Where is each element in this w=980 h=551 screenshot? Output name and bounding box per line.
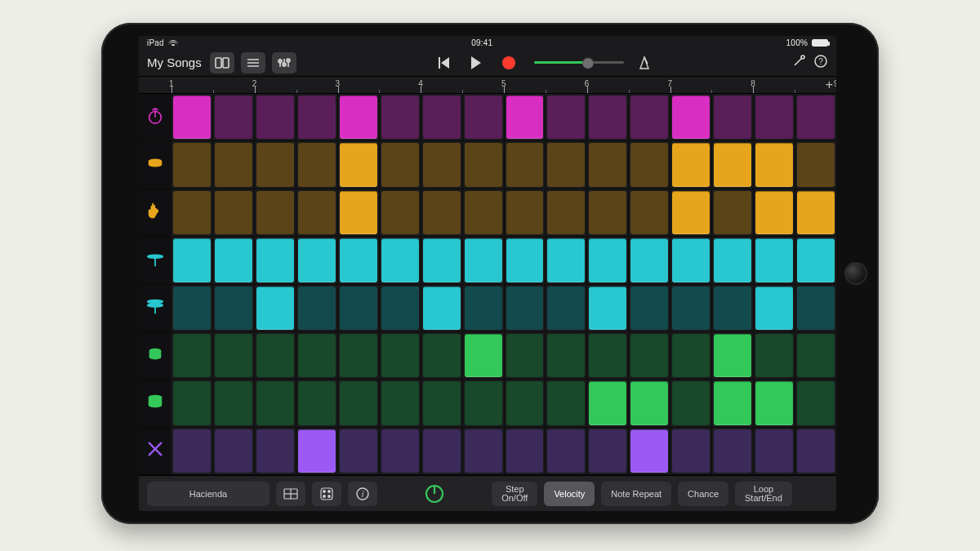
mixer-view-button[interactable] bbox=[272, 52, 296, 73]
step-cell[interactable] bbox=[505, 332, 546, 379]
step-cell[interactable] bbox=[670, 332, 712, 379]
step-cell[interactable] bbox=[172, 237, 213, 283]
step-cell[interactable] bbox=[172, 94, 213, 140]
step-cell[interactable] bbox=[172, 285, 213, 331]
instrument-hihat-open[interactable] bbox=[139, 285, 172, 332]
preset-selector[interactable]: Hacienda bbox=[147, 482, 270, 506]
step-cell[interactable] bbox=[670, 141, 712, 188]
step-cell[interactable] bbox=[795, 332, 836, 379]
step-cell[interactable] bbox=[754, 141, 795, 188]
step-cell[interactable] bbox=[255, 94, 296, 140]
step-cell[interactable] bbox=[629, 380, 670, 426]
go-to-start-button[interactable] bbox=[431, 52, 456, 73]
step-cell[interactable] bbox=[546, 332, 587, 379]
step-cell[interactable] bbox=[172, 428, 213, 474]
step-cell[interactable] bbox=[255, 428, 296, 474]
mode-velocity[interactable]: Velocity bbox=[544, 482, 595, 506]
step-cell[interactable] bbox=[172, 332, 213, 379]
instrument-tom-high[interactable] bbox=[139, 332, 172, 380]
step-cell[interactable] bbox=[629, 285, 670, 331]
step-cell[interactable] bbox=[629, 428, 670, 474]
step-cell[interactable] bbox=[421, 237, 463, 283]
step-cell[interactable] bbox=[754, 428, 795, 474]
step-cell[interactable] bbox=[255, 285, 296, 331]
instrument-snare[interactable] bbox=[139, 141, 172, 189]
step-cell[interactable] bbox=[463, 380, 505, 426]
step-cell[interactable] bbox=[505, 428, 546, 474]
tracks-view-button[interactable] bbox=[241, 52, 265, 73]
step-cell[interactable] bbox=[380, 141, 421, 188]
step-cell[interactable] bbox=[546, 380, 587, 426]
step-cell[interactable] bbox=[421, 332, 463, 379]
master-volume-slider[interactable] bbox=[534, 61, 624, 64]
step-cell[interactable] bbox=[587, 94, 629, 140]
step-cell[interactable] bbox=[795, 94, 836, 140]
record-button[interactable] bbox=[497, 52, 521, 73]
step-cell[interactable] bbox=[213, 237, 255, 283]
step-cell[interactable] bbox=[670, 380, 712, 426]
step-cell[interactable] bbox=[670, 237, 712, 283]
step-cell[interactable] bbox=[463, 237, 505, 283]
step-cell[interactable] bbox=[712, 237, 754, 283]
step-cell[interactable] bbox=[213, 94, 255, 140]
step-cell[interactable] bbox=[380, 428, 421, 474]
step-cell[interactable] bbox=[380, 237, 421, 283]
instrument-hihat-closed[interactable] bbox=[139, 237, 172, 284]
step-cell[interactable] bbox=[172, 141, 213, 188]
sequencer-view-button[interactable] bbox=[276, 482, 305, 506]
pattern-power-button[interactable] bbox=[422, 482, 447, 506]
mode-chance[interactable]: Chance bbox=[678, 482, 728, 506]
step-cell[interactable] bbox=[338, 94, 380, 140]
step-cell[interactable] bbox=[255, 237, 296, 283]
my-songs-button[interactable]: My Songs bbox=[147, 56, 202, 69]
step-cell[interactable] bbox=[380, 94, 421, 140]
step-cell[interactable] bbox=[629, 237, 670, 283]
step-cell[interactable] bbox=[587, 189, 629, 236]
step-cell[interactable] bbox=[172, 189, 213, 236]
step-cell[interactable] bbox=[546, 141, 587, 188]
step-cell[interactable] bbox=[463, 141, 505, 188]
step-cell[interactable] bbox=[587, 332, 629, 379]
step-cell[interactable] bbox=[712, 141, 754, 188]
step-cell[interactable] bbox=[338, 285, 380, 331]
step-cell[interactable] bbox=[213, 428, 255, 474]
step-cell[interactable] bbox=[795, 380, 836, 426]
step-cell[interactable] bbox=[587, 380, 629, 426]
step-cell[interactable] bbox=[172, 380, 213, 426]
step-cell[interactable] bbox=[546, 94, 587, 140]
step-cell[interactable] bbox=[629, 189, 670, 236]
step-cell[interactable] bbox=[380, 332, 421, 379]
step-cell[interactable] bbox=[546, 428, 587, 474]
step-cell[interactable] bbox=[712, 428, 754, 474]
step-cell[interactable] bbox=[587, 237, 629, 283]
step-cell[interactable] bbox=[338, 189, 380, 236]
step-cell[interactable] bbox=[670, 189, 712, 236]
step-cell[interactable] bbox=[587, 285, 629, 331]
step-cell[interactable] bbox=[213, 189, 255, 236]
step-cell[interactable] bbox=[255, 332, 296, 379]
step-cell[interactable] bbox=[795, 428, 836, 474]
step-cell[interactable] bbox=[296, 332, 338, 379]
ipad-home-button[interactable] bbox=[844, 262, 867, 285]
step-cell[interactable] bbox=[338, 332, 380, 379]
play-button[interactable] bbox=[464, 52, 488, 73]
step-cell[interactable] bbox=[795, 141, 836, 188]
step-cell[interactable] bbox=[712, 94, 754, 140]
browser-view-button[interactable] bbox=[210, 52, 234, 73]
step-cell[interactable] bbox=[629, 141, 670, 188]
step-cell[interactable] bbox=[421, 380, 463, 426]
step-cell[interactable] bbox=[463, 428, 505, 474]
step-cell[interactable] bbox=[546, 237, 587, 283]
step-cell[interactable] bbox=[505, 189, 546, 236]
step-cell[interactable] bbox=[505, 94, 546, 140]
step-cell[interactable] bbox=[754, 285, 795, 331]
add-bars-button[interactable]: + bbox=[826, 78, 833, 92]
step-cell[interactable] bbox=[712, 332, 754, 379]
step-cell[interactable] bbox=[463, 285, 505, 331]
step-cell[interactable] bbox=[380, 189, 421, 236]
step-cell[interactable] bbox=[380, 380, 421, 426]
step-cell[interactable] bbox=[587, 428, 629, 474]
step-cell[interactable] bbox=[795, 285, 836, 331]
step-cell[interactable] bbox=[795, 237, 836, 283]
step-cell[interactable] bbox=[754, 94, 795, 140]
